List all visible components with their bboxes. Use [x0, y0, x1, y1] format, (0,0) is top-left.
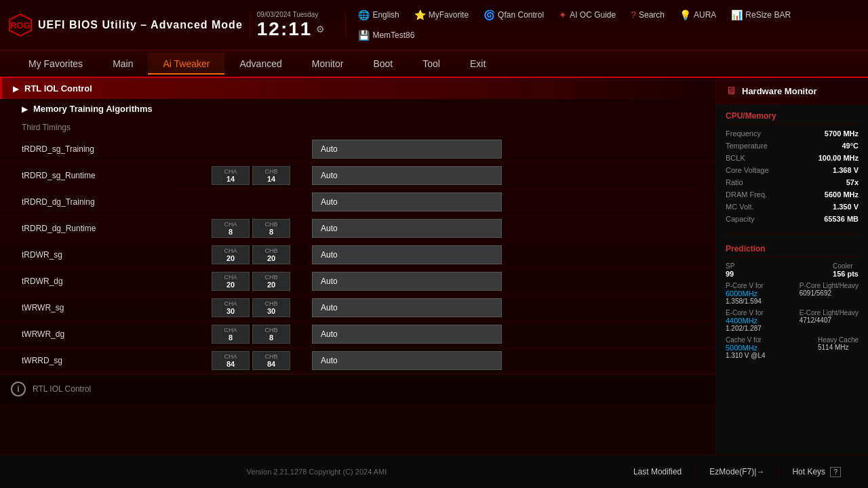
menu-item-favorites[interactable]: My Favorites — [14, 53, 98, 75]
cha-value: 14 — [218, 175, 243, 183]
setting-value-trdwr-dg[interactable]: Auto — [312, 272, 502, 291]
nav-search[interactable]: ? Search — [625, 7, 670, 23]
setting-value-twrwr-sg[interactable]: Auto — [312, 298, 502, 317]
frequency-label: Frequency — [726, 129, 761, 138]
pcore-light-label: P-Core Light/Heavy — [800, 282, 859, 289]
ratio-value: 57x — [846, 178, 859, 186]
heavy-cache-label: Heavy Cache — [818, 336, 859, 344]
cache-section: Cache V for 5000MHz 1.310 V @L4 Heavy Ca… — [726, 336, 859, 359]
pcore-v-value: 1.358/1.594 — [726, 298, 764, 305]
memtest-icon: 💾 — [358, 30, 370, 41]
nav-aioc[interactable]: ✦ AI OC Guide — [553, 7, 621, 23]
nav-aioc-label: AI OC Guide — [570, 10, 616, 20]
section-memory-training[interactable]: ▶ Memory Training Algorithms — [0, 99, 715, 119]
aioc-icon: ✦ — [559, 9, 567, 20]
section-arrow-rtl: ▶ — [13, 84, 19, 94]
cache-v-col: Cache V for 5000MHz 1.310 V @L4 — [726, 336, 766, 359]
footer-ez-mode[interactable]: EzMode(F7)|→ — [696, 463, 778, 481]
setting-channels-twrrd-sg: CHA 84 CHB 84 — [212, 351, 307, 370]
bclk-row: BCLK 100.00 MHz — [726, 154, 859, 162]
setting-channels-twrwr-dg: CHA 8 CHB 8 — [212, 325, 307, 344]
hw-divider — [726, 234, 859, 235]
nav-resizebar[interactable]: 📊 ReSize BAR — [726, 7, 796, 23]
capacity-label: Capacity — [726, 215, 755, 223]
nav-qfan[interactable]: 🌀 Qfan Control — [478, 7, 549, 23]
cache-v-value: 1.310 V @L4 — [726, 352, 766, 359]
header-divider — [250, 12, 250, 39]
pcore-light-col: P-Core Light/Heavy 6091/5692 — [800, 282, 859, 305]
setting-value-trdrd-dg-runtime[interactable]: Auto — [312, 219, 502, 238]
prediction-title: Prediction — [726, 244, 859, 257]
qfan-icon: 🌀 — [484, 9, 495, 20]
nav-language[interactable]: 🌐 English — [353, 7, 404, 23]
setting-value-trdrd-dg-training[interactable]: Auto — [312, 192, 502, 211]
footer-last-modified[interactable]: Last Modified — [620, 463, 696, 481]
ecore-light-value: 4712/4407 — [800, 317, 859, 324]
setting-row-trdrd-dg-runtime: tRDRD_dg_Runtime CHA 8 CHB 8 Auto — [0, 216, 715, 242]
nav-myfavorite[interactable]: ⭐ MyFavorite — [409, 7, 474, 23]
menu-item-aitweaker[interactable]: Ai Tweaker — [148, 53, 224, 75]
cha-box-trdrd-dg-runtime: CHA 8 — [212, 219, 250, 238]
setting-row-twrrd-sg: tWRRD_sg CHA 84 CHB 84 Auto — [0, 348, 715, 374]
nav-search-label: Search — [639, 10, 665, 20]
footer-hot-keys[interactable]: Hot Keys ? — [778, 463, 854, 481]
frequency-row: Frequency 5700 MHz — [726, 129, 859, 138]
menu-item-exit[interactable]: Exit — [455, 53, 500, 75]
settings-icon[interactable]: ⚙ — [316, 24, 325, 35]
menu-item-boot[interactable]: Boot — [358, 53, 408, 75]
chb-box-trdrd-dg-runtime: CHB 8 — [252, 219, 290, 238]
setting-name-trdrd-dg-training: tRDRD_dg_Training — [22, 197, 212, 207]
setting-value-twrwr-dg[interactable]: Auto — [312, 325, 502, 344]
chb-box-twrwr-dg: CHB 8 — [252, 325, 290, 344]
heavy-cache-col: Heavy Cache 5114 MHz — [818, 336, 859, 359]
myfavorite-icon: ⭐ — [414, 9, 426, 20]
menu-item-tool[interactable]: Tool — [408, 53, 455, 75]
setting-name-trdwr-dg: tRDWR_dg — [22, 277, 212, 286]
nav-aura[interactable]: 💡 AURA — [674, 7, 722, 23]
capacity-value: 65536 MB — [824, 215, 859, 223]
setting-value-trdrd-sg-training[interactable]: Auto — [312, 140, 502, 159]
footer-right: Last Modified EzMode(F7)|→ Hot Keys ? — [620, 463, 854, 481]
menu-bar: My Favorites Main Ai Tweaker Advanced Mo… — [0, 51, 868, 78]
section-title-memory: Memory Training Algorithms — [33, 104, 153, 114]
heavy-cache-value: 5114 MHz — [818, 344, 859, 351]
cha-box-twrrd-sg: CHA 84 — [212, 351, 250, 370]
pcore-light-value: 6091/5692 — [800, 289, 859, 297]
pcore-v-freq: 6000MHz — [726, 289, 764, 298]
bclk-value: 100.00 MHz — [818, 154, 859, 162]
cache-v-label: Cache V for — [726, 336, 766, 344]
mc-volt-label: MC Volt. — [726, 203, 754, 211]
chb-box-trdwr-sg: CHB 20 — [252, 245, 290, 264]
setting-row-trdwr-sg: tRDWR_sg CHA 20 CHB 20 Auto — [0, 242, 715, 268]
setting-name-twrrd-sg: tWRRD_sg — [22, 356, 212, 365]
cooler-label: Cooler — [833, 262, 859, 270]
mc-volt-row: MC Volt. 1.350 V — [726, 203, 859, 211]
setting-row-twrwr-dg: tWRWR_dg CHA 8 CHB 8 Auto — [0, 321, 715, 348]
menu-item-monitor[interactable]: Monitor — [297, 53, 359, 75]
cha-label: CHA — [218, 168, 243, 175]
nav-aura-label: AURA — [694, 10, 716, 20]
language-icon: 🌐 — [358, 9, 370, 20]
cache-v-row: Cache V for 5000MHz 1.310 V @L4 Heavy Ca… — [726, 336, 859, 359]
time-row: 12:11 ⚙ — [257, 18, 326, 40]
menu-item-advanced[interactable]: Advanced — [224, 53, 296, 75]
sp-label: SP — [726, 262, 734, 270]
nav-qfan-label: Qfan Control — [498, 10, 544, 20]
chb-box-twrrd-sg: CHB 84 — [252, 351, 290, 370]
setting-channels-trdwr-sg: CHA 20 CHB 20 — [212, 245, 307, 264]
temperature-row: Temperature 49°C — [726, 142, 859, 150]
sp-value: 99 — [726, 270, 734, 278]
setting-name-trdwr-sg: tRDWR_sg — [22, 250, 212, 260]
ecore-light-label: E-Core Light/Heavy — [800, 309, 859, 317]
menu-item-main[interactable]: Main — [98, 53, 148, 75]
setting-value-twrrd-sg[interactable]: Auto — [312, 351, 502, 370]
setting-value-trdrd-sg-runtime[interactable]: Auto — [312, 166, 502, 185]
dram-freq-label: DRAM Freq. — [726, 190, 767, 199]
section-rtl-iol[interactable]: ▶ RTL IOL Control — [0, 78, 715, 99]
frequency-value: 5700 MHz — [825, 129, 859, 138]
cha-box-twrwr-sg: CHA 30 — [212, 298, 250, 317]
nav-memtest[interactable]: 💾 MemTest86 — [353, 27, 420, 43]
setting-value-trdwr-sg[interactable]: Auto — [312, 245, 502, 264]
hw-monitor-header: 🖥 Hardware Monitor — [716, 78, 868, 104]
chb-box-trdrd-sg-runtime: CHB 14 — [252, 166, 290, 185]
